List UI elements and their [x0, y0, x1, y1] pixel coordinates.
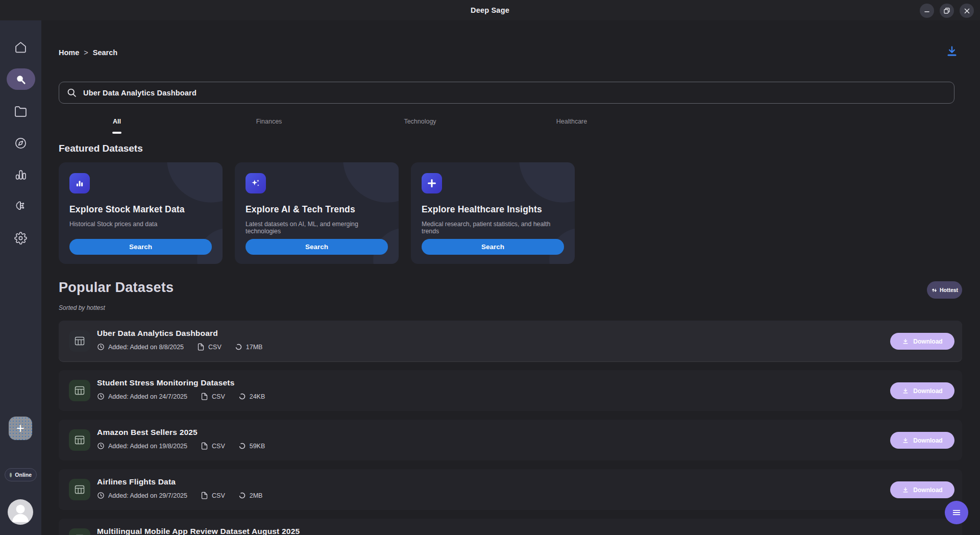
- compass-icon: [14, 137, 27, 150]
- sidebar-item-search[interactable]: [7, 68, 35, 90]
- online-status-label: Online: [15, 472, 32, 478]
- featured-card-stock-market: Explore Stock Market Data Historical Sto…: [59, 162, 223, 264]
- dataset-title: Student Stress Monitoring Datasets: [97, 378, 234, 387]
- tab-healthcare[interactable]: Healthcare: [556, 118, 587, 125]
- online-status-dot: [10, 473, 12, 477]
- dataset-title: Uber Data Analytics Dashboard: [97, 329, 218, 338]
- sort-hottest-button[interactable]: Hottest: [927, 281, 962, 299]
- file-icon: [201, 492, 208, 499]
- search-input[interactable]: [83, 89, 947, 97]
- size-icon: [238, 393, 246, 400]
- tab-finances[interactable]: Finances: [256, 118, 282, 125]
- file-icon: [201, 393, 208, 400]
- dataset-size: 24KB: [250, 393, 265, 400]
- tab-technology[interactable]: Technology: [404, 118, 436, 125]
- folder-icon: [14, 105, 27, 118]
- dataset-title: Multilingual Mobile App Review Dataset A…: [97, 527, 300, 535]
- featured-heading: Featured Datasets: [59, 143, 143, 154]
- downloads-button[interactable]: [945, 45, 959, 58]
- online-status-pill[interactable]: Online: [5, 468, 37, 481]
- sidebar-item-ai[interactable]: [10, 196, 32, 216]
- card-subtitle: Medical research, patient statistics, an…: [422, 221, 564, 235]
- breadcrumb: Home > Search: [59, 48, 117, 57]
- close-button[interactable]: [960, 4, 974, 18]
- minimize-button[interactable]: [920, 4, 934, 18]
- dataset-row-uber[interactable]: Uber Data Analytics Dashboard Added: Add…: [59, 321, 962, 361]
- dataset-meta: Added: Added on 19/8/2025 CSV 59KB: [97, 442, 265, 450]
- tab-all[interactable]: All: [113, 118, 121, 125]
- featured-cards: Explore Stock Market Data Historical Sto…: [59, 162, 575, 264]
- featured-card-ai-tech: Explore AI & Tech Trends Latest datasets…: [235, 162, 399, 264]
- table-icon: [69, 330, 90, 352]
- dataset-format: CSV: [208, 344, 222, 351]
- bar-chart-icon: [69, 173, 90, 193]
- clock-icon: [97, 343, 105, 351]
- table-icon: [69, 380, 90, 401]
- sort-arrows-icon: [931, 287, 938, 294]
- dataset-added: Added: Added on 29/7/2025: [108, 492, 187, 499]
- magnifier-icon: [66, 87, 77, 98]
- search-icon: [15, 74, 27, 85]
- close-icon: [964, 8, 970, 14]
- breadcrumb-current[interactable]: Search: [93, 48, 117, 57]
- maximize-button[interactable]: [940, 4, 954, 18]
- card-subtitle: Historical Stock prices and data: [69, 221, 212, 228]
- sidebar-item-settings[interactable]: [10, 228, 32, 248]
- dataset-row-student-stress[interactable]: Student Stress Monitoring Datasets Added…: [59, 370, 962, 411]
- dataset-meta: Added: Added on 8/8/2025 CSV 17MB: [97, 343, 262, 351]
- download-icon: [902, 487, 909, 494]
- dataset-row-multilingual-reviews[interactable]: Multilingual Mobile App Review Dataset A…: [59, 519, 962, 535]
- sidebar-item-home[interactable]: [10, 37, 32, 57]
- medical-plus-icon: [422, 173, 442, 193]
- download-button[interactable]: Download: [890, 481, 954, 498]
- dataset-format: CSV: [212, 393, 225, 400]
- new-item-button[interactable]: +: [9, 417, 32, 440]
- size-icon: [235, 343, 242, 351]
- card-search-button[interactable]: Search: [246, 239, 388, 255]
- dataset-size: 59KB: [250, 443, 265, 450]
- user-avatar[interactable]: [8, 499, 33, 525]
- download-label: Download: [913, 437, 942, 444]
- download-button[interactable]: Download: [890, 432, 954, 449]
- dataset-title: Amazon Best Sellers 2025: [97, 428, 198, 437]
- brain-icon: [14, 200, 27, 213]
- dataset-meta: Added: Added on 24/7/2025 CSV 24KB: [97, 393, 265, 400]
- popular-subheading: Sorted by hottest: [59, 304, 105, 311]
- category-tabs: All Finances Technology Healthcare: [0, 118, 980, 135]
- dataset-title: Airlines Flights Data: [97, 477, 176, 487]
- breadcrumb-home[interactable]: Home: [59, 48, 79, 57]
- download-button[interactable]: Download: [890, 333, 954, 350]
- bar-chart-icon: [14, 168, 27, 181]
- dataset-meta: Added: Added on 29/7/2025 CSV 2MB: [97, 492, 262, 499]
- window-controls: [920, 4, 974, 18]
- table-icon: [69, 429, 90, 451]
- sparkles-icon: [246, 173, 266, 193]
- download-icon: [945, 45, 959, 58]
- download-icon: [902, 338, 909, 345]
- minimize-icon: [923, 7, 930, 14]
- clock-icon: [97, 393, 105, 400]
- download-icon: [902, 437, 909, 444]
- sidebar-item-explore[interactable]: [10, 133, 32, 153]
- app-title: Deep Sage: [471, 6, 509, 14]
- titlebar: Deep Sage: [0, 0, 980, 20]
- quick-menu-fab[interactable]: [945, 501, 968, 524]
- dataset-row-airlines-flights[interactable]: Airlines Flights Data Added: Added on 29…: [59, 469, 962, 510]
- card-title: Explore Healthcare Insights: [422, 204, 564, 215]
- dataset-size: 17MB: [246, 344, 263, 351]
- card-title: Explore AI & Tech Trends: [246, 204, 388, 215]
- menu-icon: [951, 507, 962, 518]
- dataset-format: CSV: [212, 443, 225, 450]
- download-label: Download: [913, 338, 942, 345]
- card-search-button[interactable]: Search: [69, 239, 212, 255]
- dataset-added: Added: Added on 8/8/2025: [108, 344, 184, 351]
- sidebar-item-charts[interactable]: [10, 164, 32, 185]
- download-button[interactable]: Download: [890, 382, 954, 399]
- dataset-size: 2MB: [250, 492, 263, 499]
- active-tab-underline: [112, 132, 121, 134]
- sort-label: Hottest: [940, 287, 958, 293]
- table-icon: [69, 479, 90, 500]
- person-icon: [8, 499, 33, 525]
- card-search-button[interactable]: Search: [422, 239, 564, 255]
- dataset-row-amazon-best-sellers[interactable]: Amazon Best Sellers 2025 Added: Added on…: [59, 420, 962, 460]
